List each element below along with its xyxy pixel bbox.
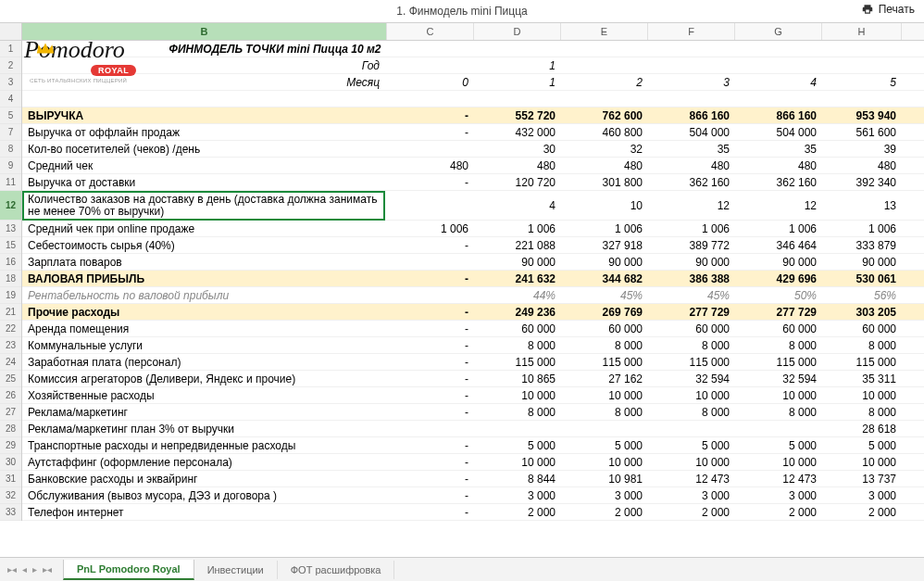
cell-B[interactable]: Выручка от оффлайн продаж	[22, 124, 387, 140]
cell-B[interactable]: Прочие расходы	[22, 304, 387, 320]
row-number[interactable]: 8	[0, 141, 21, 158]
row-number[interactable]: 32	[0, 487, 21, 504]
cell-H[interactable]: 2 000	[822, 504, 902, 520]
cell-G[interactable]: 8 000	[735, 404, 822, 420]
cell-H[interactable]	[822, 41, 902, 57]
cell-G[interactable]	[735, 41, 822, 57]
col-header-C[interactable]: C	[387, 23, 474, 40]
cell-E[interactable]: 344 682	[561, 271, 648, 286]
cell-E[interactable]: 10 000	[561, 454, 648, 470]
cell-D[interactable]: 2 000	[474, 504, 561, 520]
cell-E[interactable]: 8 000	[561, 337, 648, 353]
row-number[interactable]: 9	[0, 158, 21, 174]
cell-B[interactable]: Себестоимость сырья (40%)	[22, 237, 387, 253]
cell-E[interactable]: 301 800	[561, 174, 648, 190]
cell-G[interactable]: 90 000	[735, 254, 822, 270]
cell-H[interactable]: 60 000	[822, 321, 902, 336]
print-button[interactable]: Печать	[861, 3, 915, 16]
cell-G[interactable]	[735, 57, 822, 73]
cell-G[interactable]: 5 000	[735, 437, 822, 453]
cell-G[interactable]	[735, 421, 822, 436]
row-number[interactable]: 25	[0, 371, 21, 387]
cell-D[interactable]: 221 088	[474, 237, 561, 253]
cell-D[interactable]: 90 000	[474, 254, 561, 270]
cell-B[interactable]: Коммунальные услуги	[22, 337, 387, 353]
cell-E[interactable]: 10 000	[561, 387, 648, 403]
cell-H[interactable]: 28 618	[822, 421, 902, 436]
cell-H[interactable]: 90 000	[822, 254, 902, 270]
cell-F[interactable]: 8 000	[648, 337, 735, 353]
cell-B[interactable]: Телефон интернет	[22, 504, 387, 520]
cell-F[interactable]: 362 160	[648, 174, 735, 190]
cell-D[interactable]: 480	[474, 158, 561, 173]
cell-G[interactable]: 12 473	[735, 471, 822, 486]
col-header-E[interactable]: E	[561, 23, 648, 40]
cell-B[interactable]: ВЫРУЧКА	[22, 107, 387, 123]
cell-F[interactable]: 90 000	[648, 254, 735, 270]
cell-G[interactable]: 12	[735, 191, 822, 220]
row-number[interactable]: 11	[0, 174, 21, 191]
row-number[interactable]: 16	[0, 254, 21, 271]
cell-D[interactable]	[474, 91, 561, 107]
cell-F[interactable]: 386 388	[648, 271, 735, 286]
row-number[interactable]: 18	[0, 271, 21, 287]
cell-F[interactable]: 2 000	[648, 504, 735, 520]
cell-B[interactable]: Заработная плата (персонал)	[22, 354, 387, 370]
cell-E[interactable]: 762 600	[561, 107, 648, 123]
row-number[interactable]: 26	[0, 387, 21, 404]
cell-E[interactable]: 60 000	[561, 321, 648, 336]
cell-E[interactable]: 1 006	[561, 221, 648, 236]
row-number[interactable]: 31	[0, 471, 21, 487]
cell-C[interactable]: -	[387, 107, 474, 123]
sheet-tab-active[interactable]: PnL Pomodoro Royal	[63, 560, 194, 580]
cell-F[interactable]: 60 000	[648, 321, 735, 336]
cell-B[interactable]: Зарплата поваров	[22, 254, 387, 270]
cell-B[interactable]: Банковские расходы и эквайринг	[22, 471, 387, 486]
cell-C[interactable]	[387, 254, 474, 270]
cell-E[interactable]: 8 000	[561, 404, 648, 420]
cell-B[interactable]: Рентабельность по валовой прибыли	[22, 287, 387, 303]
cell-F[interactable]	[648, 421, 735, 436]
cell-E[interactable]: 10	[561, 191, 648, 220]
cell-C[interactable]	[387, 141, 474, 157]
cell-H[interactable]: 1 006	[822, 221, 902, 236]
cell-H[interactable]	[822, 91, 902, 107]
cell-H[interactable]: 35 311	[822, 371, 902, 386]
cell-H[interactable]: 392 340	[822, 174, 902, 190]
cell-G[interactable]: 480	[735, 158, 822, 173]
cell-D[interactable]: 241 632	[474, 271, 561, 286]
cell-D[interactable]: 60 000	[474, 321, 561, 336]
cell-G[interactable]: 50%	[735, 287, 822, 303]
cell-E[interactable]: 115 000	[561, 354, 648, 370]
tab-prev-icon[interactable]: ◂	[20, 564, 29, 575]
col-header-B[interactable]: B	[22, 23, 387, 40]
cell-F[interactable]: 277 729	[648, 304, 735, 320]
cell-C[interactable]	[387, 287, 474, 303]
cell-C[interactable]: -	[387, 271, 474, 286]
row-number[interactable]: 15	[0, 237, 21, 254]
cell-H[interactable]: 953 940	[822, 107, 902, 123]
row-number[interactable]: 5	[0, 107, 21, 124]
cell-D[interactable]: 8 844	[474, 471, 561, 486]
cell-H[interactable]: 13	[822, 191, 902, 220]
cell-B[interactable]: Реклама/маркетинг	[22, 404, 387, 420]
cell-H[interactable]: 8 000	[822, 337, 902, 353]
cell-F[interactable]: 3	[648, 74, 735, 90]
row-number[interactable]: 30	[0, 454, 21, 471]
row-number[interactable]: 19	[0, 287, 21, 304]
cell-G[interactable]: 8 000	[735, 337, 822, 353]
row-number[interactable]: 29	[0, 437, 21, 454]
cell-H[interactable]: 303 205	[822, 304, 902, 320]
row-number[interactable]: 28	[0, 421, 21, 437]
tab-last-icon[interactable]: ▸◂	[41, 564, 54, 575]
cell-G[interactable]: 10 000	[735, 387, 822, 403]
cell-E[interactable]: 269 769	[561, 304, 648, 320]
cell-G[interactable]: 60 000	[735, 321, 822, 336]
cell-B[interactable]: Аренда помещения	[22, 321, 387, 336]
cell-D[interactable]: 1	[474, 57, 561, 73]
tab-next-icon[interactable]: ▸	[31, 564, 39, 575]
cell-C[interactable]: -	[387, 321, 474, 336]
cell-F[interactable]: 8 000	[648, 404, 735, 420]
cell-F[interactable]	[648, 57, 735, 73]
cell-G[interactable]: 4	[735, 74, 822, 90]
